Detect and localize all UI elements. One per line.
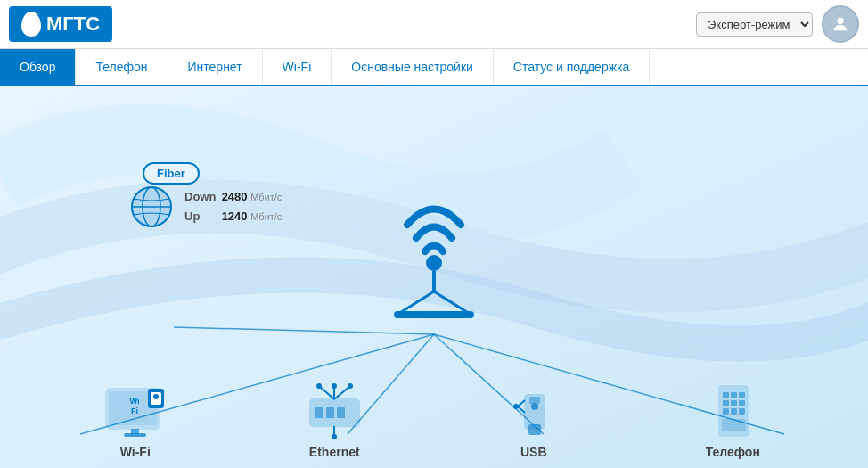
- svg-point-39: [531, 403, 538, 410]
- svg-rect-24: [124, 433, 146, 437]
- svg-rect-40: [529, 397, 540, 404]
- phone-label: Телефон: [706, 445, 760, 459]
- svg-rect-26: [315, 407, 323, 418]
- svg-rect-43: [723, 392, 729, 398]
- connection-info: Down 2480 Мбит/с Up 1240 Мбит/с: [129, 185, 282, 229]
- svg-point-0: [837, 18, 843, 24]
- svg-text:Wi: Wi: [130, 397, 140, 406]
- header-right: Эксперт-режим: [696, 5, 859, 43]
- usb-bottom-icon[interactable]: USB: [500, 382, 567, 459]
- usb-device-icon: [500, 382, 567, 439]
- svg-rect-51: [739, 408, 745, 415]
- navigation: Обзор Телефон Интернет Wi-Fi Основные на…: [0, 49, 868, 86]
- wifi-bottom-icon[interactable]: Wi Fi Wi-Fi: [102, 382, 168, 459]
- down-value: 2480: [222, 190, 248, 203]
- svg-point-41: [513, 404, 519, 409]
- up-value: 1240: [222, 209, 248, 223]
- expert-mode-select[interactable]: Эксперт-режим: [696, 12, 813, 37]
- svg-rect-27: [326, 407, 334, 418]
- bottom-icons-row: Wi Fi Wi-Fi: [0, 382, 868, 459]
- user-button[interactable]: [822, 5, 859, 43]
- nav-item-phone[interactable]: Телефон: [76, 49, 168, 85]
- svg-rect-45: [739, 392, 745, 398]
- user-icon: [831, 14, 850, 34]
- down-unit: Мбит/с: [250, 192, 282, 202]
- svg-line-6: [174, 327, 434, 334]
- svg-point-32: [316, 383, 322, 389]
- svg-rect-47: [731, 400, 737, 406]
- ethernet-label: Ethernet: [309, 445, 360, 459]
- logo-text: МГТС: [46, 12, 100, 36]
- nav-item-support[interactable]: Статус и поддержка: [494, 49, 650, 85]
- svg-text:Fi: Fi: [131, 406, 138, 415]
- main-content: Fiber Down 2480 Мбит/с Up 1240 Мбит/с: [0, 86, 868, 468]
- nav-item-settings[interactable]: Основные настройки: [332, 49, 494, 85]
- svg-line-14: [434, 291, 470, 314]
- up-unit: Мбит/с: [250, 211, 282, 222]
- svg-rect-52: [722, 419, 746, 431]
- svg-rect-44: [731, 392, 737, 398]
- nav-item-overview[interactable]: Обзор: [0, 49, 76, 85]
- wifi-device-icon: Wi Fi: [102, 382, 168, 439]
- svg-point-36: [332, 434, 337, 439]
- usb-label: USB: [520, 445, 547, 459]
- svg-rect-48: [739, 400, 745, 406]
- nav-item-wifi[interactable]: Wi-Fi: [263, 49, 332, 85]
- router-icon: [381, 176, 487, 318]
- phone-bottom-icon[interactable]: Телефон: [700, 382, 766, 459]
- speed-info: Down 2480 Мбит/с Up 1240 Мбит/с: [184, 187, 282, 226]
- phone-device-icon: [700, 382, 766, 439]
- svg-line-31: [334, 386, 350, 399]
- svg-rect-46: [723, 400, 729, 406]
- down-label: Down: [184, 187, 218, 207]
- up-label: Up: [184, 207, 218, 226]
- wifi-label: Wi-Fi: [120, 445, 151, 459]
- logo: МГТС: [9, 6, 112, 42]
- ethernet-bottom-icon[interactable]: Ethernet: [301, 382, 368, 459]
- svg-line-29: [319, 386, 334, 399]
- fiber-badge: Fiber: [143, 162, 200, 185]
- svg-rect-50: [731, 408, 737, 415]
- logo-egg-icon: [21, 12, 41, 37]
- ethernet-device-icon: [301, 382, 368, 439]
- svg-rect-49: [723, 408, 729, 415]
- globe-icon: [129, 185, 174, 229]
- svg-rect-15: [394, 311, 474, 318]
- svg-point-22: [153, 394, 159, 399]
- header: МГТС Эксперт-режим: [0, 0, 868, 49]
- svg-line-13: [398, 291, 434, 314]
- svg-rect-38: [528, 424, 541, 435]
- svg-point-33: [332, 383, 337, 389]
- nav-item-internet[interactable]: Интернет: [168, 49, 263, 85]
- svg-point-34: [348, 383, 353, 389]
- svg-rect-28: [337, 407, 345, 418]
- router-svg: [381, 176, 487, 318]
- svg-point-11: [426, 255, 442, 271]
